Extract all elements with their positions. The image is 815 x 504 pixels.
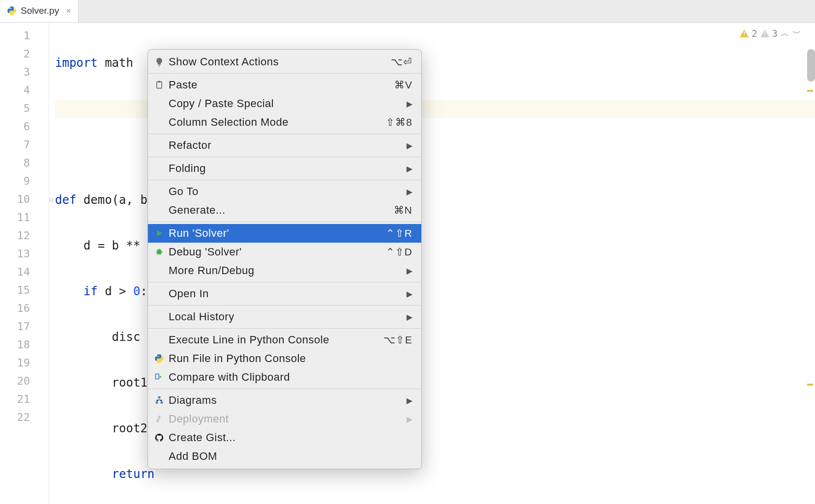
line-number: 3 bbox=[0, 63, 30, 81]
line-number: 4 bbox=[0, 81, 30, 99]
menu-item[interactable]: More Run/Debug▶ bbox=[148, 261, 421, 280]
menu-item[interactable]: Execute Line in Python Console⌥⇧E bbox=[148, 331, 421, 349]
menu-item[interactable]: Compare with Clipboard bbox=[148, 368, 421, 387]
menu-item[interactable]: Show Context Actions⌥⏎ bbox=[148, 53, 421, 71]
github-icon bbox=[153, 433, 166, 443]
line-number: 14 bbox=[0, 263, 30, 281]
svg-rect-5 bbox=[156, 402, 158, 404]
tab-bar: Solver.py × bbox=[0, 0, 815, 23]
line-number: 7 bbox=[0, 136, 30, 154]
menu-item[interactable]: Copy / Paste Special▶ bbox=[148, 94, 421, 113]
line-number: 18 bbox=[0, 336, 30, 354]
menu-item[interactable]: Run File in Python Console bbox=[148, 349, 421, 368]
menu-item[interactable]: Diagrams▶ bbox=[148, 391, 421, 410]
menu-item-label: Column Selection Mode bbox=[169, 116, 383, 129]
file-tab-label: Solver.py bbox=[21, 5, 59, 16]
menu-separator bbox=[148, 180, 421, 180]
menu-item-shortcut: ⌃⇧D bbox=[386, 246, 412, 258]
line-number: 20 bbox=[0, 372, 30, 390]
run-icon bbox=[153, 229, 166, 238]
menu-separator bbox=[148, 157, 421, 157]
weak-warning-count: 3 bbox=[772, 28, 778, 39]
menu-separator bbox=[148, 73, 421, 74]
menu-item[interactable]: Create Gist... bbox=[148, 428, 421, 447]
menu-item-label: Execute Line in Python Console bbox=[169, 334, 380, 346]
menu-item[interactable]: Refactor▶ bbox=[148, 136, 421, 155]
menu-item-label: Diagrams bbox=[169, 394, 404, 407]
menu-item[interactable]: Debug 'Solver'⌃⇧D bbox=[148, 243, 421, 261]
scrollbar-thumb[interactable] bbox=[807, 49, 815, 82]
menu-item-label: More Run/Debug bbox=[169, 264, 404, 277]
editor-context-menu: Show Context Actions⌥⏎Paste⌘VCopy / Past… bbox=[147, 49, 422, 469]
fold-icon[interactable]: ⊟ bbox=[49, 191, 53, 209]
line-number: 2 bbox=[0, 45, 30, 63]
menu-item[interactable]: Add BOM bbox=[148, 447, 421, 466]
menu-item[interactable]: Open In▶ bbox=[148, 284, 421, 303]
menu-item-label: Local History bbox=[169, 310, 404, 323]
menu-item-label: Open In bbox=[169, 287, 404, 300]
menu-item[interactable]: Paste⌘V bbox=[148, 76, 421, 94]
line-number: 17 bbox=[0, 317, 30, 336]
menu-separator bbox=[148, 328, 421, 329]
menu-item[interactable]: Folding▶ bbox=[148, 159, 421, 178]
close-tab-icon[interactable]: × bbox=[66, 6, 71, 16]
menu-item-label: Refactor bbox=[169, 139, 404, 152]
menu-item-shortcut: ⌥⇧E bbox=[383, 334, 412, 346]
compare-icon bbox=[153, 372, 166, 382]
line-number: 13 bbox=[0, 245, 30, 263]
submenu-arrow-icon: ▶ bbox=[407, 187, 412, 196]
python-icon bbox=[153, 354, 166, 364]
python-file-icon bbox=[7, 6, 17, 16]
warning-count: 2 bbox=[752, 28, 757, 39]
menu-item-label: Copy / Paste Special bbox=[169, 97, 404, 110]
clipboard-icon bbox=[153, 80, 166, 90]
menu-separator bbox=[148, 134, 421, 134]
menu-separator bbox=[148, 389, 421, 389]
submenu-arrow-icon: ▶ bbox=[407, 415, 412, 424]
submenu-arrow-icon: ▶ bbox=[407, 289, 412, 299]
line-number: 21 bbox=[0, 390, 30, 408]
line-number: 22 bbox=[0, 408, 30, 426]
menu-item[interactable]: Run 'Solver'⌃⇧R bbox=[148, 224, 421, 243]
prev-highlight-icon[interactable]: ︿ bbox=[781, 28, 789, 39]
menu-item-shortcut: ⌘N bbox=[394, 204, 412, 216]
line-number: 9 bbox=[0, 172, 30, 190]
bulb-icon bbox=[153, 57, 166, 67]
error-stripe-marker[interactable] bbox=[807, 90, 813, 92]
menu-separator bbox=[148, 282, 421, 282]
menu-item[interactable]: Local History▶ bbox=[148, 308, 421, 326]
inspection-widget[interactable]: 2 3 ︿ ﹀ bbox=[740, 28, 801, 39]
line-number: 12 bbox=[0, 226, 30, 245]
line-number: 19 bbox=[0, 354, 30, 372]
menu-item-shortcut: ⌘V bbox=[394, 79, 412, 91]
line-number: 15 bbox=[0, 281, 30, 299]
menu-item-label: Go To bbox=[169, 185, 404, 198]
submenu-arrow-icon: ▶ bbox=[407, 312, 412, 322]
menu-item: Deployment▶ bbox=[148, 410, 421, 428]
menu-item[interactable]: Go To▶ bbox=[148, 182, 421, 201]
menu-item-shortcut: ⌃⇧R bbox=[386, 227, 412, 239]
diagram-icon bbox=[153, 395, 166, 405]
bug-icon bbox=[153, 247, 166, 257]
menu-separator bbox=[148, 222, 421, 222]
submenu-arrow-icon: ▶ bbox=[407, 396, 412, 405]
menu-item-shortcut: ⌥⏎ bbox=[391, 56, 412, 68]
menu-separator bbox=[148, 305, 421, 306]
line-number: 10 bbox=[0, 190, 30, 208]
submenu-arrow-icon: ▶ bbox=[407, 164, 412, 173]
next-highlight-icon[interactable]: ﹀ bbox=[792, 28, 801, 39]
menu-item-label: Run 'Solver' bbox=[169, 227, 383, 240]
menu-item-label: Folding bbox=[169, 162, 404, 175]
menu-item[interactable]: Column Selection Mode⇧⌘8 bbox=[148, 113, 421, 132]
menu-item-label: Deployment bbox=[169, 413, 404, 425]
menu-item-label: Create Gist... bbox=[169, 431, 412, 444]
error-stripe-marker[interactable] bbox=[807, 384, 813, 386]
svg-rect-3 bbox=[156, 374, 159, 379]
menu-item-label: Debug 'Solver' bbox=[169, 246, 383, 258]
file-tab-solver[interactable]: Solver.py × bbox=[0, 0, 79, 22]
svg-rect-1 bbox=[158, 81, 161, 83]
submenu-arrow-icon: ▶ bbox=[407, 141, 412, 150]
menu-item-label: Show Context Actions bbox=[169, 56, 388, 68]
submenu-arrow-icon: ▶ bbox=[407, 99, 412, 109]
menu-item[interactable]: Generate...⌘N bbox=[148, 201, 421, 220]
